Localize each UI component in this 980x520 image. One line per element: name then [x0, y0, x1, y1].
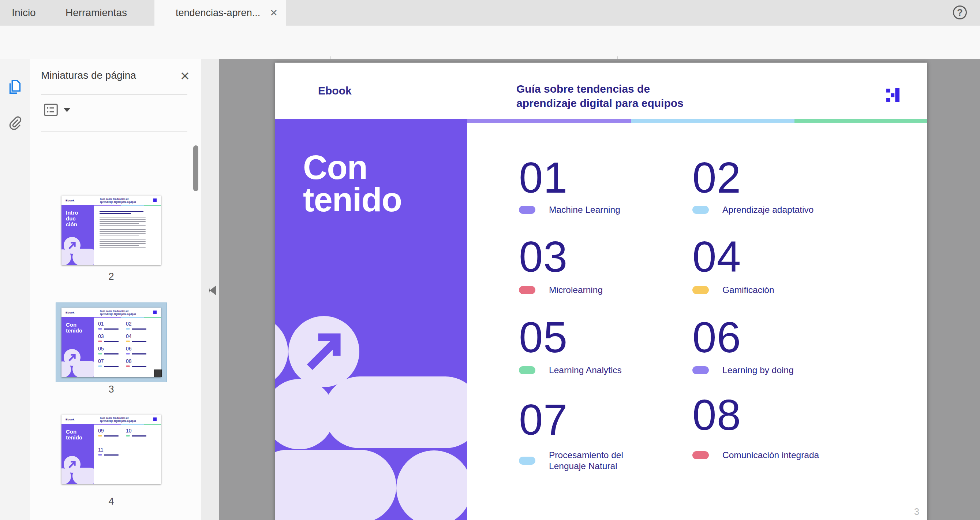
page-thumbnail-4[interactable]: EbookGuía sobre tendencias deaprendizaje… — [62, 415, 161, 484]
toc-item: 01Machine Learning — [519, 162, 684, 239]
toc-item-number: 02 — [692, 162, 857, 193]
mini-logo — [153, 418, 157, 421]
toc-item: 03Microlearning — [519, 241, 684, 318]
panel-divider — [41, 94, 187, 95]
decor-arrow-circle — [288, 316, 360, 387]
section-heading: Con tenido — [303, 151, 402, 216]
page-thumbnail-2[interactable]: EbookGuía sobre tendencias deaprendizaje… — [62, 196, 161, 265]
help-icon: ? — [957, 7, 963, 18]
page-footer-number: 3 — [914, 506, 919, 517]
mini-toc-number: 10 — [126, 428, 132, 434]
document-viewport[interactable]: Ebook Guía sobre tendencias de aprendiza… — [219, 59, 980, 520]
toc-item-row: Microlearning — [519, 284, 603, 295]
decor-circle — [275, 316, 288, 387]
toc-item-label: Machine Learning — [549, 204, 620, 215]
toolbar: / 27 69,1% — [0, 26, 980, 60]
thumbnail-options-button[interactable] — [41, 102, 72, 117]
toc-item: 05Learning Analytics — [519, 322, 684, 399]
decor-circle — [396, 450, 467, 520]
page-header-title: Guía sobre tendencias de aprendizaje dig… — [516, 82, 684, 110]
toc-item: 08Comunicación integrada — [692, 399, 857, 476]
attachments-panel-button[interactable] — [7, 115, 23, 131]
thumbnail-list: EbookGuía sobre tendencias deaprendizaje… — [30, 131, 201, 520]
mini-purple-panel: Introducción — [62, 206, 94, 265]
close-icon: ✕ — [180, 70, 190, 83]
page-thumbnails-panel-button[interactable] — [6, 78, 24, 96]
tab-bar: Inicio Herramientas tendencias-apren... … — [0, 0, 980, 26]
mini-logo — [153, 198, 157, 202]
decor-pill — [275, 450, 396, 520]
stripe-segment — [794, 119, 927, 123]
panel-title: Miniaturas de página — [41, 70, 136, 81]
close-tab-icon[interactable]: ✕ — [270, 7, 278, 19]
navigation-rail — [0, 59, 30, 520]
mini-toc-number: 01 — [98, 321, 104, 327]
brand-logo — [886, 88, 899, 102]
toc-color-pill — [692, 286, 709, 294]
panel-gutter — [201, 59, 219, 520]
help-button[interactable]: ? — [953, 5, 967, 19]
page-thumbnail-3[interactable]: EbookGuía sobre tendencias deaprendizaje… — [62, 308, 161, 377]
mini-toc-number: 09 — [98, 428, 104, 434]
contents-side-panel: Con tenido — [275, 119, 467, 520]
thumbnail-size-marker — [154, 370, 162, 377]
decor-pill — [324, 376, 467, 448]
toc-item-row: Learning Analytics — [519, 365, 622, 376]
thumbnail-page-label: 2 — [62, 271, 161, 282]
collapse-panel-arrow[interactable] — [209, 286, 216, 295]
selected-thumbnail-box[interactable]: EbookGuía sobre tendencias deaprendizaje… — [56, 303, 167, 382]
toc-item-label: Learning by doing — [722, 365, 794, 376]
mini-logo — [153, 311, 157, 314]
page-eyebrow: Ebook — [318, 85, 352, 97]
toc-item-row: Aprendizaje adaptativo — [692, 204, 813, 215]
toc-item-row: Learning by doing — [692, 365, 794, 376]
toc-color-pill — [692, 451, 709, 459]
mini-toc-number: 04 — [126, 333, 132, 339]
toc-item: 07Procesamiento delLenguaje Natural — [519, 404, 684, 481]
tab-document[interactable]: tendencias-apren... ✕ — [154, 0, 286, 26]
toc-color-pill — [692, 206, 709, 214]
diagonal-arrow-icon — [288, 316, 360, 387]
chevron-down-icon — [64, 108, 70, 112]
toc-item-label: Comunicación integrada — [722, 450, 819, 461]
tab-home[interactable]: Inicio — [8, 0, 39, 26]
mini-toc-number: 02 — [126, 321, 132, 327]
toc-item-row: Procesamiento delLenguaje Natural — [519, 450, 623, 472]
toc-item: 06Learning by doing — [692, 322, 857, 399]
toc-item-label: Gamificación — [722, 284, 774, 295]
thumbnails-panel: Miniaturas de página ✕ EbookGuía sobre t… — [30, 59, 201, 520]
tab-tools[interactable]: Herramientas — [59, 0, 134, 26]
stripe-segment — [467, 119, 631, 123]
toc-item-number: 03 — [519, 241, 684, 273]
mini-toc-number: 05 — [98, 346, 104, 351]
thumbnail-page-label: 3 — [62, 384, 161, 395]
close-panel-button[interactable]: ✕ — [178, 69, 192, 83]
mini-toc-number: 08 — [126, 358, 132, 364]
toc-item-number: 01 — [519, 162, 684, 193]
mini-header: EbookGuía sobre tendencias deaprendizaje… — [62, 196, 161, 205]
toc-item-label: Aprendizaje adaptativo — [722, 204, 813, 215]
options-list-icon — [43, 103, 59, 117]
document-tab-title: tendencias-apren... — [176, 7, 260, 19]
toc-color-pill — [519, 206, 535, 214]
toc-item-number: 04 — [692, 241, 857, 273]
mini-purple-panel: Contenido — [62, 318, 94, 377]
mini-toc-number: 07 — [98, 358, 104, 364]
toc-item-number: 05 — [519, 322, 684, 353]
toc-item-label: Procesamiento delLenguaje Natural — [549, 450, 623, 472]
stripe-segment — [631, 119, 794, 123]
thumbnail-page-label: 4 — [62, 496, 161, 507]
attachments-icon — [7, 115, 23, 130]
toc-item-label: Microlearning — [549, 284, 603, 295]
mini-header: EbookGuía sobre tendencias deaprendizaje… — [62, 308, 161, 317]
toc-item-number: 07 — [519, 404, 684, 435]
thumbnails-scrollbar[interactable] — [193, 145, 198, 191]
page-thumbnails-icon — [6, 78, 24, 95]
toc-item-number: 08 — [692, 399, 857, 431]
toc-item: 02Aprendizaje adaptativo — [692, 162, 857, 239]
toc-item-row: Comunicación integrada — [692, 450, 819, 461]
toc-color-pill — [692, 366, 709, 374]
toc-color-pill — [519, 366, 535, 374]
toc-item: 04Gamificación — [692, 241, 857, 318]
mini-toc-number: 11 — [98, 447, 103, 453]
